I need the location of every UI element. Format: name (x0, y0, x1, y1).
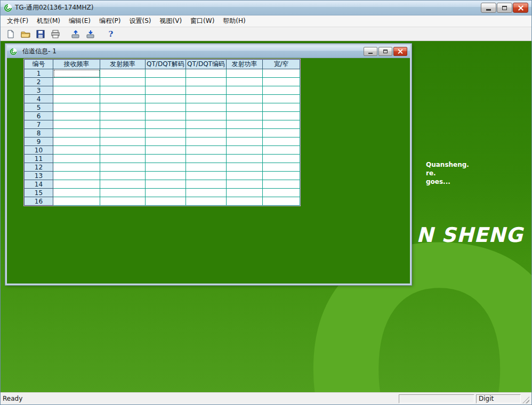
channel-cell[interactable] (146, 146, 186, 155)
channel-cell[interactable] (100, 172, 146, 180)
row-number-cell[interactable]: 10 (25, 146, 53, 155)
channel-cell[interactable] (100, 155, 146, 163)
channel-cell[interactable] (186, 95, 227, 103)
channel-cell[interactable] (227, 189, 263, 197)
read-from-radio-button[interactable] (69, 28, 83, 40)
row-number-cell[interactable]: 13 (25, 172, 53, 180)
channel-cell[interactable] (263, 197, 300, 206)
row-number-cell[interactable]: 8 (25, 129, 53, 137)
channel-cell[interactable] (186, 112, 227, 120)
channel-cell[interactable] (146, 155, 186, 163)
channel-cell[interactable] (263, 120, 300, 129)
menu-item-file[interactable]: 文件(F) (3, 15, 33, 27)
channel-cell[interactable] (227, 146, 263, 155)
channel-cell[interactable] (146, 78, 186, 86)
channel-cell[interactable] (53, 146, 100, 155)
row-number-cell[interactable]: 6 (25, 112, 53, 120)
channel-cell[interactable] (263, 172, 300, 180)
minimize-button[interactable] (481, 3, 496, 13)
channel-cell[interactable] (263, 137, 300, 146)
channel-cell[interactable] (186, 86, 227, 95)
channel-cell[interactable] (186, 120, 227, 129)
channel-cell[interactable] (146, 129, 186, 137)
channel-cell[interactable] (100, 78, 146, 86)
channel-cell[interactable] (227, 155, 263, 163)
channel-cell[interactable] (227, 112, 263, 120)
channel-cell[interactable] (186, 189, 227, 197)
child-titlebar[interactable]: 信道信息- 1 (7, 45, 410, 58)
channel-cell[interactable] (227, 95, 263, 103)
write-to-radio-button[interactable] (84, 28, 98, 40)
maximize-button[interactable] (497, 3, 512, 13)
channel-cell[interactable] (53, 189, 100, 197)
channel-cell[interactable] (227, 180, 263, 189)
channel-cell[interactable] (263, 86, 300, 95)
menu-item-window[interactable]: 窗口(W) (186, 15, 219, 27)
channel-cell[interactable] (227, 172, 263, 180)
channel-cell[interactable] (186, 78, 227, 86)
channel-cell[interactable] (53, 137, 100, 146)
row-number-cell[interactable]: 3 (25, 86, 53, 95)
channel-cell[interactable] (146, 197, 186, 206)
channel-cell[interactable] (100, 146, 146, 155)
row-number-cell[interactable]: 4 (25, 95, 53, 103)
channel-cell[interactable] (146, 172, 186, 180)
row-number-cell[interactable]: 2 (25, 78, 53, 86)
menu-item-edit[interactable]: 编辑(E) (65, 15, 95, 27)
channel-cell[interactable] (53, 180, 100, 189)
channel-cell[interactable] (100, 120, 146, 129)
channel-cell[interactable] (227, 69, 263, 78)
row-number-cell[interactable]: 12 (25, 163, 53, 172)
channel-cell[interactable] (53, 78, 100, 86)
channel-cell[interactable] (186, 69, 227, 78)
menu-item-view[interactable]: 视图(V) (156, 15, 187, 27)
channel-cell[interactable] (100, 129, 146, 137)
menu-item-help[interactable]: 帮助(H) (219, 15, 249, 27)
menu-item-model[interactable]: 机型(M) (33, 15, 65, 27)
child-close-button[interactable] (393, 47, 407, 56)
channel-cell[interactable] (227, 137, 263, 146)
channel-cell[interactable] (53, 95, 100, 103)
channel-cell[interactable] (263, 146, 300, 155)
channel-cell[interactable] (227, 163, 263, 172)
channel-cell[interactable] (263, 112, 300, 120)
channel-cell[interactable] (53, 129, 100, 137)
channel-cell[interactable] (53, 172, 100, 180)
row-number-cell[interactable]: 11 (25, 155, 53, 163)
menu-item-settings[interactable]: 设置(S) (125, 15, 156, 27)
close-button[interactable] (513, 3, 528, 13)
channel-cell[interactable] (227, 78, 263, 86)
channel-cell[interactable] (186, 146, 227, 155)
channel-cell[interactable] (186, 163, 227, 172)
channel-cell[interactable] (146, 120, 186, 129)
channel-cell[interactable] (263, 180, 300, 189)
channel-cell[interactable] (146, 180, 186, 189)
channel-cell[interactable] (186, 197, 227, 206)
channel-cell[interactable] (100, 95, 146, 103)
row-number-cell[interactable]: 16 (25, 197, 53, 206)
channel-cell[interactable] (100, 197, 146, 206)
save-button[interactable] (34, 28, 47, 40)
channel-cell[interactable] (100, 163, 146, 172)
print-button[interactable] (49, 28, 62, 40)
channel-cell[interactable] (263, 129, 300, 137)
channel-cell[interactable] (263, 95, 300, 103)
row-number-cell[interactable]: 14 (25, 180, 53, 189)
channel-cell[interactable] (53, 197, 100, 206)
channel-cell[interactable] (53, 86, 100, 95)
child-maximize-button[interactable] (378, 47, 392, 56)
channel-cell[interactable] (263, 78, 300, 86)
channel-cell[interactable] (227, 86, 263, 95)
row-number-cell[interactable]: 1 (25, 69, 53, 78)
open-button[interactable] (19, 28, 33, 40)
row-number-cell[interactable]: 7 (25, 120, 53, 129)
channel-cell[interactable] (263, 155, 300, 163)
channel-cell[interactable] (227, 197, 263, 206)
channel-cell[interactable] (227, 129, 263, 137)
channel-cell[interactable] (146, 69, 186, 78)
channel-cell[interactable] (263, 163, 300, 172)
channel-cell[interactable] (100, 103, 146, 112)
channel-cell[interactable] (100, 137, 146, 146)
channel-cell[interactable] (186, 103, 227, 112)
help-button[interactable]: ? (104, 28, 118, 40)
